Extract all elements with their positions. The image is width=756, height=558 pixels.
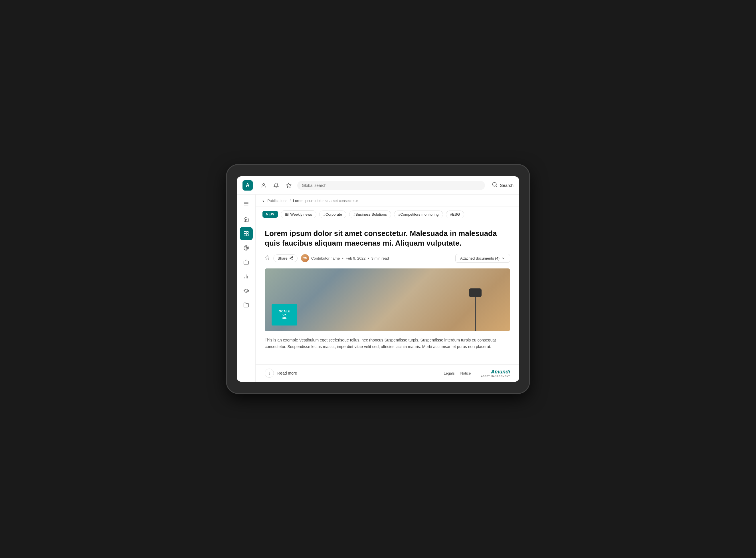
sidebar-item-publications[interactable] (240, 227, 253, 240)
sidebar (237, 195, 256, 382)
svg-marker-1 (286, 183, 291, 187)
contributor-name: Contributor name (311, 256, 340, 260)
sidebar-menu-toggle[interactable] (241, 198, 252, 209)
attached-docs-label: Attached documents (4) (460, 256, 500, 260)
search-label[interactable]: Search (500, 183, 513, 188)
svg-line-21 (291, 258, 292, 259)
breadcrumb-parent[interactable]: Publications (267, 199, 287, 203)
footer-legals-link[interactable]: Legals (444, 371, 454, 375)
article-dot2: • (368, 256, 369, 260)
main-layout: ‹ Publications / Lorem ipsum dolor sit a… (237, 195, 519, 382)
app-logo: A (243, 180, 253, 191)
sidebar-item-education[interactable] (240, 284, 253, 297)
amundi-logo: Amundi ASSET MANAGEMENT (481, 369, 510, 377)
sidebar-item-briefcase[interactable] (240, 256, 253, 269)
device-frame: A (227, 165, 529, 393)
screen: A (237, 176, 519, 382)
share-button[interactable]: Share (273, 254, 298, 262)
svg-line-22 (291, 257, 292, 258)
tags-bar: NEW ▦ Weekly news #Corporate #Business S… (256, 207, 519, 222)
tag-weekly-label: Weekly news (291, 212, 312, 217)
svg-point-11 (245, 247, 248, 249)
weekly-news-icon: ▦ (285, 212, 289, 217)
user-icon[interactable] (260, 181, 268, 189)
article-body: This is an exemple Vestibulum eget scele… (265, 337, 510, 351)
svg-point-0 (263, 183, 265, 185)
svg-rect-9 (246, 234, 248, 236)
sidebar-item-files[interactable] (240, 298, 253, 311)
sidebar-item-home[interactable] (240, 213, 253, 226)
svg-rect-8 (244, 234, 246, 236)
header: A (237, 176, 519, 195)
tag-new[interactable]: NEW (262, 211, 278, 218)
content-area: ‹ Publications / Lorem ipsum dolor sit a… (256, 195, 519, 382)
article-meta: Share CN Contributor name • Feb 9, 20 (265, 254, 510, 263)
breadcrumb: ‹ Publications / Lorem ipsum dolor sit a… (256, 195, 519, 207)
attached-documents-button[interactable]: Attached documents (4) (455, 254, 510, 263)
search-icon[interactable] (492, 182, 498, 189)
podcast-screen: SCALE OR DIE (272, 304, 297, 326)
svg-point-2 (493, 183, 496, 186)
tag-esg[interactable]: #ESG (446, 210, 464, 218)
article-date: • (342, 256, 344, 260)
svg-rect-7 (246, 232, 248, 234)
tag-weekly-news[interactable]: ▦ Weekly news (281, 210, 317, 218)
amundi-brand-name: Amundi (491, 369, 510, 375)
search-input[interactable] (302, 183, 480, 188)
amundi-brand-sub: ASSET MANAGEMENT (481, 375, 510, 377)
svg-point-18 (292, 256, 293, 258)
back-button[interactable]: ‹ (262, 198, 264, 203)
svg-point-12 (246, 247, 247, 248)
read-more-label[interactable]: Read more (277, 371, 297, 375)
footer-notice-link[interactable]: Notice (460, 371, 471, 375)
footer: ↓ Read more Legals Notice Amundi ASSET M… (256, 364, 519, 382)
article-read-time: 3 min read (372, 256, 389, 260)
sidebar-item-goals[interactable] (240, 242, 253, 254)
footer-links: Legals Notice Amundi ASSET MANAGEMENT (444, 369, 510, 377)
tag-competitors[interactable]: #Competitors monitoring (394, 210, 443, 218)
read-more-arrow-button[interactable]: ↓ (265, 369, 274, 378)
article-date-value: Feb 9, 2022 (346, 256, 366, 260)
svg-point-10 (244, 246, 249, 251)
article-image: SCALE OR DIE (265, 269, 510, 331)
breadcrumb-separator: / (289, 199, 291, 203)
svg-point-19 (289, 258, 291, 259)
contributor-info: CN Contributor name • Feb 9, 2022 • 3 mi… (301, 254, 389, 262)
svg-marker-17 (265, 255, 270, 259)
svg-point-20 (292, 259, 293, 260)
notification-icon[interactable] (272, 181, 280, 189)
bookmark-icon[interactable] (265, 255, 270, 261)
avatar: CN (301, 254, 309, 262)
breadcrumb-current: Lorem ipsum dolor sit amet consectetur (293, 199, 358, 203)
article-title: Lorem ipsum dolor sit amet consectetur. … (265, 229, 510, 248)
share-label: Share (278, 256, 287, 260)
favorites-icon[interactable] (285, 181, 293, 189)
search-button-area: Search (492, 182, 513, 189)
search-bar (297, 181, 485, 190)
article-content: Lorem ipsum dolor sit amet consectetur. … (256, 222, 519, 364)
svg-rect-6 (244, 232, 246, 234)
tag-business-solutions[interactable]: #Business Solutions (349, 210, 391, 218)
sidebar-item-analytics[interactable] (240, 270, 253, 283)
tag-corporate[interactable]: #Corporate (319, 210, 346, 218)
header-icons (260, 181, 293, 189)
svg-rect-13 (244, 261, 249, 264)
